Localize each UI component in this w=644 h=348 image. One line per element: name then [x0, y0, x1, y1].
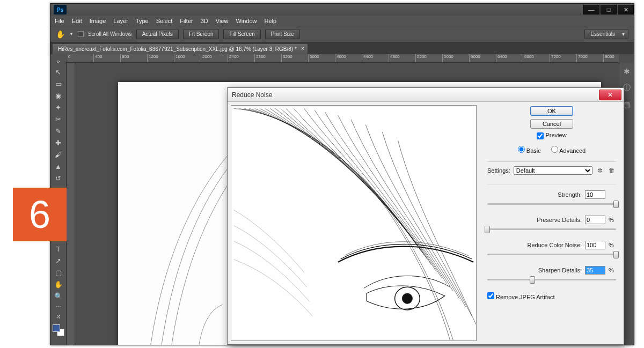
window-controls: — □ ✕ — [582, 5, 634, 14]
hand-icon: ✋ — [56, 30, 65, 39]
ruler-tick: 4000 — [335, 54, 362, 62]
ruler-tick: 8000 — [603, 54, 619, 62]
heal-tool[interactable]: ✚ — [52, 137, 65, 149]
menubar: File Edit Image Layer Type Select Filter… — [50, 16, 634, 26]
menu-image[interactable]: Image — [90, 18, 106, 24]
ruler-tick: 6800 — [523, 54, 550, 62]
preview-label: Preview — [545, 132, 566, 138]
delete-settings-icon[interactable]: 🗑 — [608, 167, 616, 174]
ruler-tick: 3200 — [281, 54, 308, 62]
fit-screen-button[interactable]: Fit Screen — [183, 29, 219, 39]
hand-tool[interactable]: ✋ — [52, 278, 65, 290]
swap-colors-icon[interactable]: ⤭ — [52, 312, 65, 321]
ruler-tick: 3600 — [308, 54, 335, 62]
preview-checkbox[interactable] — [537, 132, 544, 139]
compass-icon[interactable]: ✱ — [624, 67, 630, 76]
shape-tool[interactable]: ▢ — [52, 266, 65, 278]
dialog-title: Reduce Noise — [232, 91, 272, 99]
ok-button[interactable]: OK — [530, 106, 573, 116]
preserve-input[interactable] — [585, 216, 605, 224]
edit-toolbar-icon[interactable]: ⋯ — [52, 302, 65, 312]
history-brush-tool[interactable]: ↺ — [52, 172, 65, 184]
document-tab[interactable]: HiRes_andreaxt_Fotolia.com_Fotolia_63677… — [53, 44, 308, 54]
preserve-label: Preserve Details: — [537, 217, 582, 223]
preserve-slider[interactable] — [487, 226, 616, 233]
path-tool[interactable]: ↗ — [52, 255, 65, 266]
scroll-all-checkbox[interactable] — [78, 31, 84, 37]
preserve-param: Preserve Details: % — [487, 216, 616, 233]
workspace-selector[interactable]: Essentials — [584, 29, 628, 39]
options-bar: ✋ ▼ Scroll All Windows Actual Pixels Fit… — [50, 26, 634, 42]
color-noise-unit: % — [609, 242, 616, 248]
color-noise-param: Reduce Color Noise: % — [487, 241, 616, 258]
strength-slider[interactable] — [487, 201, 616, 208]
close-button[interactable]: ✕ — [618, 5, 634, 14]
ruler-tick: 7600 — [576, 54, 603, 62]
color-swatches[interactable] — [53, 324, 64, 336]
ruler-tick: 6000 — [469, 54, 496, 62]
eyedropper-tool[interactable]: ✎ — [52, 125, 65, 137]
sharpen-slider[interactable] — [487, 276, 616, 284]
ruler-tick: 5200 — [415, 54, 442, 62]
wand-tool[interactable]: ✦ — [52, 101, 65, 113]
strength-param: Strength: — [487, 190, 616, 208]
controls-pane: OK Cancel Preview Basic Advanced Setting… — [480, 102, 624, 344]
stamp-tool[interactable]: ▲ — [52, 160, 65, 172]
settings-select[interactable]: Default — [514, 166, 592, 175]
marquee-tool[interactable]: ▭ — [52, 78, 65, 90]
ruler-tick: 7200 — [550, 54, 576, 62]
reduce-noise-dialog: Reduce Noise ✕ — [227, 87, 624, 345]
ruler-tick: 6400 — [496, 54, 523, 62]
print-size-button[interactable]: Print Size — [265, 29, 300, 39]
menu-select[interactable]: Select — [156, 18, 173, 24]
menu-edit[interactable]: Edit — [72, 18, 82, 24]
strength-input[interactable] — [585, 190, 605, 199]
fill-screen-button[interactable]: Fill Screen — [223, 29, 260, 39]
menu-type[interactable]: Type — [136, 18, 149, 24]
crop-tool[interactable]: ✂ — [52, 113, 65, 125]
ruler-tick: 2400 — [228, 54, 254, 62]
menu-window[interactable]: Window — [236, 18, 257, 24]
type-tool[interactable]: T — [52, 243, 65, 255]
preview-image[interactable] — [231, 105, 477, 341]
brush-tool[interactable]: 🖌 — [52, 149, 65, 160]
ruler-tick: 1600 — [174, 54, 201, 62]
menu-help[interactable]: Help — [265, 18, 277, 24]
color-noise-input[interactable] — [585, 241, 605, 249]
ruler-tick: 800 — [120, 54, 147, 62]
menu-view[interactable]: View — [216, 18, 229, 24]
document-tabbar: HiRes_andreaxt_Fotolia.com_Fotolia_63677… — [50, 42, 634, 54]
scroll-all-label: Scroll All Windows — [88, 31, 132, 37]
ruler-tick: 4400 — [362, 54, 389, 62]
titlebar: Ps — □ ✕ — [50, 4, 634, 16]
menu-layer[interactable]: Layer — [113, 18, 128, 24]
color-noise-label: Reduce Color Noise: — [528, 242, 582, 248]
minimize-button[interactable]: — — [583, 5, 599, 14]
cancel-button[interactable]: Cancel — [530, 119, 573, 129]
basic-radio[interactable]: Basic — [518, 147, 541, 154]
color-noise-slider[interactable] — [487, 251, 616, 258]
lasso-tool[interactable]: ◉ — [52, 90, 65, 101]
menu-3d[interactable]: 3D — [201, 18, 208, 24]
menu-file[interactable]: File — [55, 18, 64, 24]
fg-color-swatch[interactable] — [53, 324, 60, 332]
actual-pixels-button[interactable]: Actual Pixels — [136, 29, 179, 39]
ruler-tick: 2000 — [201, 54, 228, 62]
expand-icon[interactable]: » — [52, 56, 65, 66]
ruler-horizontal: 0400800120016002000240028003200360040004… — [67, 54, 619, 63]
dialog-close-button[interactable]: ✕ — [599, 90, 621, 100]
save-settings-icon[interactable]: ✲ — [596, 167, 604, 174]
move-tool[interactable]: ↖ — [52, 66, 65, 78]
advanced-radio[interactable]: Advanced — [551, 147, 586, 154]
ruler-vertical — [67, 63, 75, 345]
sharpen-unit: % — [609, 267, 616, 273]
dialog-titlebar[interactable]: Reduce Noise ✕ — [228, 88, 624, 102]
remove-jpeg-checkbox[interactable]: Remove JPEG Artifact — [487, 294, 555, 300]
sharpen-input[interactable] — [585, 266, 605, 275]
chevron-down-icon[interactable]: ▼ — [69, 32, 74, 36]
svg-point-4 — [402, 293, 412, 303]
maximize-button[interactable]: □ — [601, 5, 617, 14]
tab-close-icon[interactable]: × — [301, 46, 304, 51]
zoom-tool[interactable]: 🔍 — [52, 290, 65, 302]
menu-filter[interactable]: Filter — [180, 18, 193, 24]
